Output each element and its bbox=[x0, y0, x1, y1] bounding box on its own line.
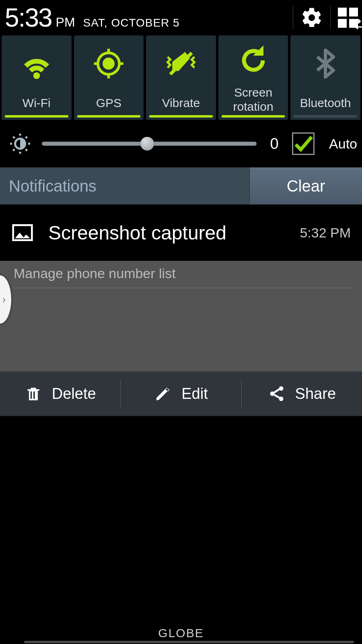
image-icon bbox=[11, 221, 34, 244]
swap-icon bbox=[353, 18, 362, 30]
notifications-header: Notifications Clear bbox=[0, 167, 362, 204]
share-icon bbox=[268, 385, 286, 402]
brightness-icon bbox=[8, 132, 32, 156]
chevron-right-icon: › bbox=[2, 293, 6, 306]
pencil-icon bbox=[154, 385, 172, 402]
rotate-icon bbox=[237, 44, 269, 76]
edit-button[interactable]: Edit bbox=[120, 379, 241, 408]
brightness-row: 0 Auto bbox=[0, 120, 362, 167]
ampm: PM bbox=[56, 15, 75, 30]
divider bbox=[330, 6, 331, 29]
toggle-bluetooth[interactable]: Bluetooth bbox=[290, 35, 360, 120]
brightness-value: 0 bbox=[266, 135, 282, 153]
notification-actions: Delete Edit Share bbox=[0, 371, 362, 416]
gps-icon bbox=[93, 47, 125, 80]
delete-button[interactable]: Delete bbox=[0, 379, 120, 408]
wifi-icon bbox=[21, 47, 53, 80]
notifications-title: Notifications bbox=[0, 167, 249, 204]
notification-title: Screenshot captured bbox=[48, 222, 226, 244]
background-app: › Manage phone number list Delete Edit S… bbox=[0, 261, 362, 416]
brightness-slider[interactable] bbox=[42, 136, 257, 152]
auto-label: Auto bbox=[329, 136, 357, 152]
quick-toggles: Wi-Fi GPS Vibrate Screen rotation Blueto… bbox=[0, 35, 362, 120]
action-label: Share bbox=[295, 385, 336, 402]
notification-item[interactable]: Screenshot captured 5:32 PM bbox=[0, 204, 362, 261]
time: 5:33 bbox=[5, 5, 52, 31]
notification-time: 5:32 PM bbox=[300, 225, 351, 241]
scroll-indicator bbox=[24, 641, 354, 643]
toggle-gps[interactable]: GPS bbox=[74, 35, 144, 120]
toggle-screen-rotation[interactable]: Screen rotation bbox=[218, 35, 288, 120]
settings-button[interactable] bbox=[300, 6, 323, 29]
trash-icon bbox=[25, 385, 42, 402]
svg-point-8 bbox=[270, 392, 274, 396]
list-item-subtitle[interactable]: Manage phone number list bbox=[14, 266, 355, 281]
action-label: Edit bbox=[181, 385, 208, 402]
check-icon bbox=[293, 134, 313, 154]
share-button[interactable]: Share bbox=[241, 379, 362, 408]
clear-button[interactable]: Clear bbox=[249, 167, 362, 204]
bluetooth-icon bbox=[309, 47, 341, 80]
vibrate-icon bbox=[165, 47, 197, 80]
toggle-wifi[interactable]: Wi-Fi bbox=[2, 35, 72, 120]
svg-point-0 bbox=[103, 58, 114, 69]
toggle-label: Screen rotation bbox=[218, 83, 288, 120]
toggle-vibrate[interactable]: Vibrate bbox=[146, 35, 216, 120]
action-label: Delete bbox=[52, 385, 96, 402]
status-header: 5:33 PM SAT, OCTOBER 5 bbox=[0, 0, 362, 35]
date: SAT, OCTOBER 5 bbox=[83, 17, 180, 29]
carrier-label: GLOBE bbox=[0, 626, 362, 640]
clock: 5:33 PM SAT, OCTOBER 5 bbox=[5, 5, 180, 31]
divider bbox=[293, 6, 293, 29]
quickpanel-grid-button[interactable] bbox=[338, 8, 358, 28]
auto-brightness-checkbox[interactable] bbox=[292, 132, 315, 155]
divider bbox=[14, 288, 355, 288]
gear-icon bbox=[300, 6, 323, 29]
svg-point-9 bbox=[279, 396, 283, 401]
